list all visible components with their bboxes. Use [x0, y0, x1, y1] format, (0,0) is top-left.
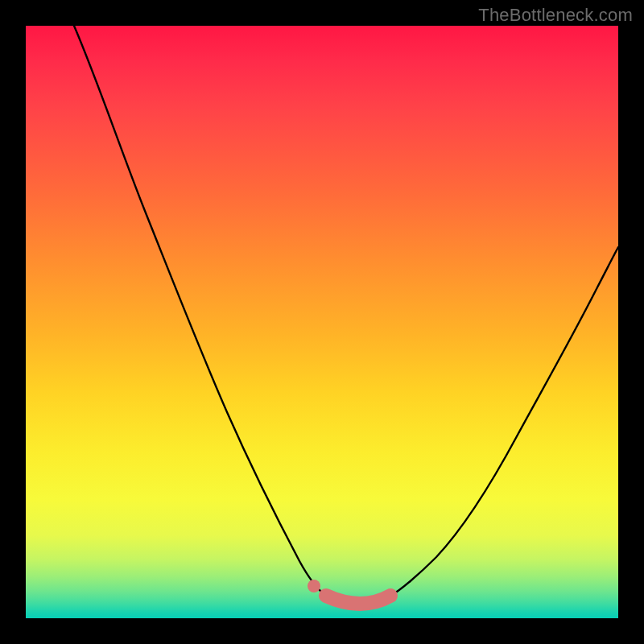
- chart-plot-area: [26, 26, 618, 618]
- curve-left: [74, 26, 326, 596]
- chart-svg-layer: [26, 26, 618, 618]
- bottom-highlight: [326, 596, 390, 604]
- highlight-start-dot: [308, 580, 320, 592]
- curve-right: [390, 247, 618, 596]
- watermark-text: TheBottleneck.com: [478, 5, 633, 26]
- chart-frame: TheBottleneck.com: [0, 0, 644, 644]
